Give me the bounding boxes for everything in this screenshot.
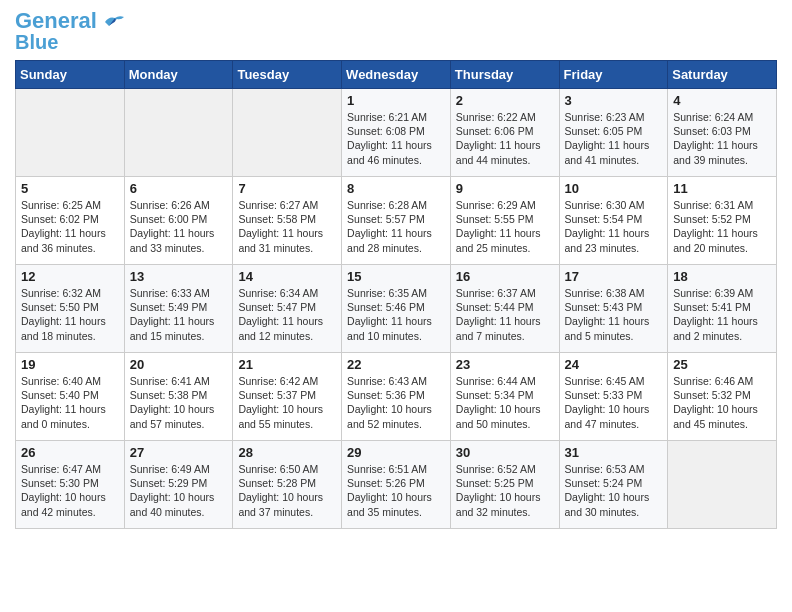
daylight-text: Daylight: 10 hoursand 35 minutes. <box>347 491 432 517</box>
calendar-cell: 10Sunrise: 6:30 AMSunset: 5:54 PMDayligh… <box>559 177 668 265</box>
calendar-cell: 27Sunrise: 6:49 AMSunset: 5:29 PMDayligh… <box>124 441 233 529</box>
calendar-cell: 5Sunrise: 6:25 AMSunset: 6:02 PMDaylight… <box>16 177 125 265</box>
week-row-5: 26Sunrise: 6:47 AMSunset: 5:30 PMDayligh… <box>16 441 777 529</box>
day-number: 8 <box>347 181 445 196</box>
col-header-thursday: Thursday <box>450 61 559 89</box>
calendar-cell: 12Sunrise: 6:32 AMSunset: 5:50 PMDayligh… <box>16 265 125 353</box>
sunset-text: Sunset: 5:29 PM <box>130 477 208 489</box>
calendar-cell: 4Sunrise: 6:24 AMSunset: 6:03 PMDaylight… <box>668 89 777 177</box>
sunset-text: Sunset: 5:26 PM <box>347 477 425 489</box>
sunrise-text: Sunrise: 6:37 AM <box>456 287 536 299</box>
sunrise-text: Sunrise: 6:27 AM <box>238 199 318 211</box>
day-number: 29 <box>347 445 445 460</box>
daylight-text: Daylight: 11 hoursand 44 minutes. <box>456 139 541 165</box>
sunrise-text: Sunrise: 6:34 AM <box>238 287 318 299</box>
cell-info: Sunrise: 6:45 AMSunset: 5:33 PMDaylight:… <box>565 374 663 431</box>
daylight-text: Daylight: 10 hoursand 47 minutes. <box>565 403 650 429</box>
sunset-text: Sunset: 5:44 PM <box>456 301 534 313</box>
cell-info: Sunrise: 6:52 AMSunset: 5:25 PMDaylight:… <box>456 462 554 519</box>
daylight-text: Daylight: 10 hoursand 30 minutes. <box>565 491 650 517</box>
sunset-text: Sunset: 5:36 PM <box>347 389 425 401</box>
col-header-saturday: Saturday <box>668 61 777 89</box>
cell-info: Sunrise: 6:37 AMSunset: 5:44 PMDaylight:… <box>456 286 554 343</box>
daylight-text: Daylight: 10 hoursand 32 minutes. <box>456 491 541 517</box>
sunrise-text: Sunrise: 6:44 AM <box>456 375 536 387</box>
sunset-text: Sunset: 5:34 PM <box>456 389 534 401</box>
cell-info: Sunrise: 6:51 AMSunset: 5:26 PMDaylight:… <box>347 462 445 519</box>
sunrise-text: Sunrise: 6:24 AM <box>673 111 753 123</box>
daylight-text: Daylight: 11 hoursand 25 minutes. <box>456 227 541 253</box>
sunset-text: Sunset: 5:40 PM <box>21 389 99 401</box>
daylight-text: Daylight: 10 hoursand 45 minutes. <box>673 403 758 429</box>
day-number: 5 <box>21 181 119 196</box>
calendar-cell: 1Sunrise: 6:21 AMSunset: 6:08 PMDaylight… <box>342 89 451 177</box>
sunrise-text: Sunrise: 6:33 AM <box>130 287 210 299</box>
col-header-friday: Friday <box>559 61 668 89</box>
week-row-1: 1Sunrise: 6:21 AMSunset: 6:08 PMDaylight… <box>16 89 777 177</box>
daylight-text: Daylight: 11 hoursand 0 minutes. <box>21 403 106 429</box>
cell-info: Sunrise: 6:32 AMSunset: 5:50 PMDaylight:… <box>21 286 119 343</box>
sunset-text: Sunset: 5:33 PM <box>565 389 643 401</box>
daylight-text: Daylight: 10 hoursand 37 minutes. <box>238 491 323 517</box>
calendar-cell: 8Sunrise: 6:28 AMSunset: 5:57 PMDaylight… <box>342 177 451 265</box>
cell-info: Sunrise: 6:26 AMSunset: 6:00 PMDaylight:… <box>130 198 228 255</box>
col-header-sunday: Sunday <box>16 61 125 89</box>
cell-info: Sunrise: 6:44 AMSunset: 5:34 PMDaylight:… <box>456 374 554 431</box>
sunrise-text: Sunrise: 6:41 AM <box>130 375 210 387</box>
calendar-cell: 19Sunrise: 6:40 AMSunset: 5:40 PMDayligh… <box>16 353 125 441</box>
day-number: 21 <box>238 357 336 372</box>
cell-info: Sunrise: 6:28 AMSunset: 5:57 PMDaylight:… <box>347 198 445 255</box>
sunrise-text: Sunrise: 6:26 AM <box>130 199 210 211</box>
calendar-cell: 11Sunrise: 6:31 AMSunset: 5:52 PMDayligh… <box>668 177 777 265</box>
sunrise-text: Sunrise: 6:51 AM <box>347 463 427 475</box>
week-row-2: 5Sunrise: 6:25 AMSunset: 6:02 PMDaylight… <box>16 177 777 265</box>
daylight-text: Daylight: 11 hoursand 31 minutes. <box>238 227 323 253</box>
sunset-text: Sunset: 6:03 PM <box>673 125 751 137</box>
calendar-cell: 31Sunrise: 6:53 AMSunset: 5:24 PMDayligh… <box>559 441 668 529</box>
calendar-cell: 14Sunrise: 6:34 AMSunset: 5:47 PMDayligh… <box>233 265 342 353</box>
cell-info: Sunrise: 6:29 AMSunset: 5:55 PMDaylight:… <box>456 198 554 255</box>
daylight-text: Daylight: 11 hoursand 15 minutes. <box>130 315 215 341</box>
daylight-text: Daylight: 10 hoursand 57 minutes. <box>130 403 215 429</box>
day-number: 18 <box>673 269 771 284</box>
calendar-cell: 13Sunrise: 6:33 AMSunset: 5:49 PMDayligh… <box>124 265 233 353</box>
cell-info: Sunrise: 6:53 AMSunset: 5:24 PMDaylight:… <box>565 462 663 519</box>
sunrise-text: Sunrise: 6:21 AM <box>347 111 427 123</box>
cell-info: Sunrise: 6:34 AMSunset: 5:47 PMDaylight:… <box>238 286 336 343</box>
calendar-cell: 28Sunrise: 6:50 AMSunset: 5:28 PMDayligh… <box>233 441 342 529</box>
calendar-cell: 25Sunrise: 6:46 AMSunset: 5:32 PMDayligh… <box>668 353 777 441</box>
sunset-text: Sunset: 5:38 PM <box>130 389 208 401</box>
sunset-text: Sunset: 6:02 PM <box>21 213 99 225</box>
day-number: 13 <box>130 269 228 284</box>
page-container: General Blue SundayMondayTuesdayWednesda… <box>0 0 792 539</box>
day-number: 14 <box>238 269 336 284</box>
daylight-text: Daylight: 11 hoursand 18 minutes. <box>21 315 106 341</box>
day-number: 6 <box>130 181 228 196</box>
day-number: 23 <box>456 357 554 372</box>
calendar-header-row: SundayMondayTuesdayWednesdayThursdayFrid… <box>16 61 777 89</box>
sunrise-text: Sunrise: 6:49 AM <box>130 463 210 475</box>
sunrise-text: Sunrise: 6:22 AM <box>456 111 536 123</box>
cell-info: Sunrise: 6:38 AMSunset: 5:43 PMDaylight:… <box>565 286 663 343</box>
daylight-text: Daylight: 10 hoursand 55 minutes. <box>238 403 323 429</box>
sunrise-text: Sunrise: 6:45 AM <box>565 375 645 387</box>
calendar-cell: 23Sunrise: 6:44 AMSunset: 5:34 PMDayligh… <box>450 353 559 441</box>
sunset-text: Sunset: 5:46 PM <box>347 301 425 313</box>
daylight-text: Daylight: 11 hoursand 2 minutes. <box>673 315 758 341</box>
cell-info: Sunrise: 6:47 AMSunset: 5:30 PMDaylight:… <box>21 462 119 519</box>
sunset-text: Sunset: 5:28 PM <box>238 477 316 489</box>
calendar-cell <box>668 441 777 529</box>
calendar-cell: 26Sunrise: 6:47 AMSunset: 5:30 PMDayligh… <box>16 441 125 529</box>
sunset-text: Sunset: 5:41 PM <box>673 301 751 313</box>
sunset-text: Sunset: 5:43 PM <box>565 301 643 313</box>
calendar-cell: 29Sunrise: 6:51 AMSunset: 5:26 PMDayligh… <box>342 441 451 529</box>
col-header-tuesday: Tuesday <box>233 61 342 89</box>
logo-bird-icon <box>103 14 125 30</box>
calendar-cell: 2Sunrise: 6:22 AMSunset: 6:06 PMDaylight… <box>450 89 559 177</box>
day-number: 24 <box>565 357 663 372</box>
calendar-cell <box>124 89 233 177</box>
sunset-text: Sunset: 6:08 PM <box>347 125 425 137</box>
sunrise-text: Sunrise: 6:31 AM <box>673 199 753 211</box>
header: General Blue <box>15 10 777 52</box>
sunrise-text: Sunrise: 6:32 AM <box>21 287 101 299</box>
